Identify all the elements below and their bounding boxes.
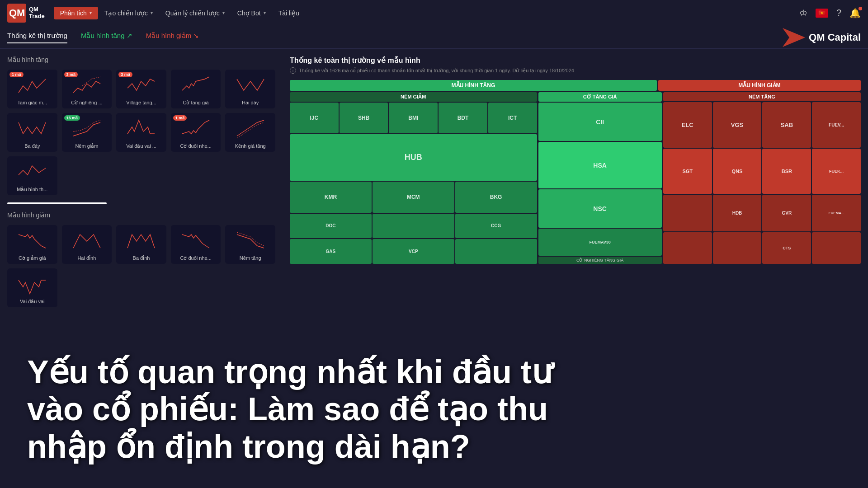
rising-pattern-grid: 1 mã Tam giác m... 3 mã Cờ nghiêng ... xyxy=(7,70,275,195)
pattern-village[interactable]: 3 mã Village tăng... xyxy=(116,70,166,108)
cell-GAS[interactable]: GAS xyxy=(290,239,372,264)
rising-label: MẪU HÌNH TĂNG xyxy=(290,80,657,91)
pattern-co-nghieng[interactable]: 3 mã Cờ nghiêng ... xyxy=(62,70,112,108)
pattern-vai-dau-vai[interactable]: Vai đầu vai ... xyxy=(116,113,166,152)
chevron-down-icon: ▾ xyxy=(222,10,225,15)
subnav-thong-ke[interactable]: Thống kê thị trường xyxy=(7,32,67,43)
pattern-co-duoi[interactable]: 1 mã Cờ đuôi nhe... xyxy=(171,113,221,152)
subnav-mau-hinh-giam[interactable]: Mẫu hình giảm ↘ xyxy=(146,32,199,43)
qm-capital-brand: QM Capital xyxy=(783,28,861,47)
pattern-hai-dinh[interactable]: Hai đỉnh xyxy=(62,225,112,264)
main-content: Mẫu hình tăng 1 mã Tam giác m... 3 mã xyxy=(0,49,868,488)
chart-svg xyxy=(71,230,103,253)
pattern-chart xyxy=(228,229,273,253)
cell-GVR[interactable]: GVR xyxy=(762,195,811,231)
nem-tang-section: NÉM TĂNG ELC VGS SAB FUEV... SGT QNS BSR… xyxy=(663,92,861,264)
pattern-label: Ba đáy xyxy=(10,143,55,149)
heatmap-row: FUEMAV30 xyxy=(538,229,662,256)
pattern-label: Village tăng... xyxy=(119,100,164,105)
pattern-label: Cờ giảm giá xyxy=(10,255,55,261)
cell-NSC[interactable]: NSC xyxy=(538,189,662,228)
pattern-kenh-gia-tang[interactable]: Kênh giá tăng xyxy=(225,113,275,152)
pattern-ba-dinh[interactable]: Ba đỉnh xyxy=(116,225,166,264)
pattern-label: Cờ đuôi nhe... xyxy=(174,143,218,149)
nem-giam-section: NÉM GIẢM IJC SHB BMI BDT ICT HUB KMR MCM xyxy=(290,92,537,264)
cell-FUEMAV30[interactable]: FUEMAV30 xyxy=(538,229,662,256)
cell-CII[interactable]: CII xyxy=(538,103,662,141)
nav-tai-lieu[interactable]: Tài liệu xyxy=(272,7,306,19)
chart-svg xyxy=(235,230,266,253)
cell-DOC[interactable]: DOC xyxy=(290,214,372,239)
cell-ELC[interactable]: ELC xyxy=(663,102,712,148)
nav-tao-chien-luoc[interactable]: Tạo chiến lược ▾ xyxy=(98,7,159,19)
pattern-tam-giac[interactable]: 1 mã Tam giác m... xyxy=(7,70,57,108)
pattern-chart xyxy=(10,272,55,297)
pattern-label: Vai đầu vai xyxy=(10,299,55,305)
info-icon: i xyxy=(290,67,296,74)
scrollbar[interactable] xyxy=(7,202,107,204)
cell-VCP[interactable]: VCP xyxy=(373,239,454,264)
flag-vietnam[interactable]: 🇻🇳 xyxy=(816,9,828,18)
cell-SHB[interactable]: SHB xyxy=(340,103,388,133)
cell-QNS[interactable]: QNS xyxy=(713,149,762,194)
right-panel: Thống kê toàn thị trường về mẫu hình i T… xyxy=(283,49,868,488)
cell-BMI[interactable]: BMI xyxy=(389,103,438,133)
cell-BSR[interactable]: BSR xyxy=(762,149,811,194)
pattern-nem-tang[interactable]: Nêm tăng xyxy=(225,225,275,264)
chevron-down-icon: ▾ xyxy=(151,10,153,15)
pattern-co-giam-gia[interactable]: Cờ giảm giá xyxy=(7,225,57,264)
pattern-label: Cờ tăng giá xyxy=(174,100,218,106)
pattern-chart xyxy=(228,117,273,141)
chart-svg xyxy=(71,75,103,97)
cell-HUB[interactable]: HUB xyxy=(290,134,537,181)
pattern-vai-dau-vai-giam[interactable]: Vai đầu vai xyxy=(7,268,57,307)
cell-SGT[interactable]: SGT xyxy=(663,149,712,194)
pattern-chart xyxy=(10,160,55,185)
pattern-label: Hai đáy xyxy=(228,100,273,105)
chevron-down-icon: ▾ xyxy=(90,10,92,15)
cell-KMR[interactable]: KMR xyxy=(290,182,372,212)
cell-VGS[interactable]: VGS xyxy=(713,102,762,148)
nav-phan-tich[interactable]: Phân tích ▾ xyxy=(54,7,98,19)
cell-MCM[interactable]: MCM xyxy=(373,182,454,212)
user-icon[interactable]: ♔ xyxy=(799,8,807,19)
help-icon[interactable]: ? xyxy=(836,8,841,18)
pattern-hai-day[interactable]: Hai đáy xyxy=(225,70,275,108)
logo[interactable]: QM QM Trade xyxy=(7,4,45,23)
cell-CCG[interactable]: CCG xyxy=(455,214,537,239)
pattern-label: Nêm giảm xyxy=(65,143,109,149)
heatmap-row: HDB GVR FUEMA... xyxy=(663,195,861,231)
notification-bell-icon[interactable]: 🔔 xyxy=(849,8,861,19)
badge: 1 mã xyxy=(9,72,24,77)
svg-marker-2 xyxy=(783,28,805,47)
chart-svg xyxy=(180,230,212,253)
cell-HSA[interactable]: HSA xyxy=(538,142,662,188)
pattern-nem-giam[interactable]: 16 mã Nêm giảm xyxy=(62,113,112,152)
pattern-chart xyxy=(119,229,164,253)
pattern-chart xyxy=(228,73,273,98)
pattern-ba-day[interactable]: Ba đáy xyxy=(7,113,57,152)
subnav: Thống kê thị trường Mẫu hình tăng ↗ Mẫu … xyxy=(0,26,868,49)
pattern-mau-hinh-th[interactable]: Mẫu hình th... xyxy=(7,156,57,195)
cell-SAB[interactable]: SAB xyxy=(762,102,811,148)
nav-quan-ly-chien-luoc[interactable]: Quản lý chiến lược ▾ xyxy=(159,7,231,19)
chart-svg xyxy=(16,230,48,253)
chart-svg xyxy=(180,75,212,97)
pattern-co-duoi-nhe[interactable]: Cờ đuôi nhe... xyxy=(171,225,221,264)
cell-BKG[interactable]: BKG xyxy=(455,182,537,212)
cell-HDB[interactable]: HDB xyxy=(713,195,762,231)
cell-FUEV[interactable]: FUEV... xyxy=(812,102,861,148)
cell-ICT[interactable]: ICT xyxy=(488,103,537,133)
heatmap-row: HUB xyxy=(290,134,537,181)
pattern-co-tang-gia[interactable]: Cờ tăng giá xyxy=(171,70,221,108)
falling-pattern-grid: Cờ giảm giá Hai đỉnh Ba đỉnh xyxy=(7,225,275,307)
cell-BDT[interactable]: BDT xyxy=(439,103,487,133)
nav-cho-bot[interactable]: Chợ Bot ▾ xyxy=(231,7,272,19)
cell-CTS[interactable]: CTS xyxy=(762,232,811,264)
cell-IJC[interactable]: IJC xyxy=(290,103,339,133)
chart-svg xyxy=(125,118,157,141)
cell-FUEK[interactable]: FUEK... xyxy=(812,149,861,194)
subnav-mau-hinh-tang[interactable]: Mẫu hình tăng ↗ xyxy=(81,32,132,43)
pattern-chart xyxy=(65,229,109,253)
cell-FUEMA[interactable]: FUEMA... xyxy=(812,195,861,231)
